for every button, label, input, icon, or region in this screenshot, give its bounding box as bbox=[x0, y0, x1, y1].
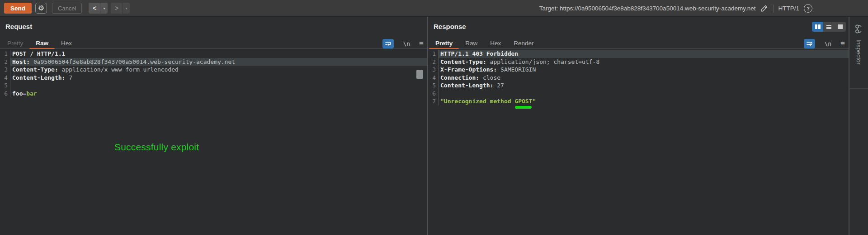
line-number: 7 bbox=[428, 97, 436, 106]
send-settings-gear-button[interactable]: ⚙ bbox=[35, 3, 47, 14]
line-number: 3 bbox=[0, 66, 8, 74]
annotated-token: GPOST bbox=[514, 97, 532, 106]
line-content: Content-Length: 7 bbox=[10, 74, 427, 82]
tab-raw[interactable]: Raw bbox=[459, 38, 484, 48]
line-content: POST / HTTP/1.1 bbox=[10, 50, 427, 58]
back-button[interactable]: < bbox=[89, 3, 100, 14]
tab-hex[interactable]: Hex bbox=[55, 38, 78, 48]
code-line: 7"Unrecognized method GPOST" bbox=[428, 97, 849, 106]
line-content: Content-Type: application/json; charset=… bbox=[439, 58, 849, 66]
request-tabs: PrettyRawHex bbox=[0, 38, 427, 49]
code-token: X-Frame-Options: bbox=[440, 66, 497, 73]
toolbar-divider bbox=[773, 5, 774, 13]
code-token: Connection: bbox=[440, 74, 479, 81]
layout-rows-button[interactable] bbox=[823, 22, 835, 32]
code-token: HTTP/1.1 403 Forbidden bbox=[440, 50, 518, 57]
burp-repeater-window: Send ⚙ Cancel < ▾ > ▾ Target: https://0a… bbox=[0, 0, 868, 235]
code-token: Content-Type: bbox=[440, 58, 486, 65]
forward-button[interactable]: > bbox=[111, 3, 122, 14]
code-token: "Unrecognized method bbox=[440, 98, 514, 105]
line-content: X-Frame-Options: SAMEORIGIN bbox=[439, 66, 849, 74]
line-number: 4 bbox=[0, 74, 8, 82]
tutorial-annotation-text: Successfully exploit bbox=[114, 142, 199, 153]
inspector-header[interactable]: Inspector bbox=[849, 17, 868, 89]
tab-hex[interactable]: Hex bbox=[484, 38, 507, 48]
inspector-collapsed-panel[interactable]: Inspector bbox=[849, 17, 868, 235]
code-line: 1HTTP/1.1 403 Forbidden bbox=[428, 50, 849, 58]
show-newlines-toggle[interactable]: \n bbox=[821, 40, 834, 48]
layout-columns-button[interactable] bbox=[812, 22, 823, 32]
send-button[interactable]: Send bbox=[4, 3, 32, 14]
tab-pretty[interactable]: Pretty bbox=[429, 38, 459, 48]
panel-splitter-handle[interactable] bbox=[416, 70, 423, 79]
line-content: Content-Type: application/x-www-form-url… bbox=[10, 66, 427, 74]
code-token: Content-Length: bbox=[440, 82, 493, 89]
response-panel-title: Response bbox=[434, 23, 466, 30]
edit-target-button[interactable] bbox=[760, 4, 769, 13]
line-number: 4 bbox=[428, 74, 436, 82]
help-button[interactable]: ? bbox=[804, 4, 812, 13]
line-number: 1 bbox=[428, 50, 436, 58]
code-token: 0a95006504f3e8ab828f343700a50014.web-sec… bbox=[30, 58, 235, 65]
hamburger-menu-icon[interactable]: ≡ bbox=[419, 40, 424, 48]
code-token: bar bbox=[26, 90, 37, 97]
line-content: HTTP/1.1 403 Forbidden bbox=[439, 50, 849, 58]
show-newlines-toggle[interactable]: \n bbox=[400, 40, 413, 48]
line-number: 1 bbox=[0, 50, 8, 58]
response-editor-tools: \n ≡ bbox=[804, 38, 845, 49]
response-panel: Response PrettyRawHexRender \n ≡ 1HTTP/1… bbox=[428, 17, 849, 235]
hamburger-menu-icon[interactable]: ≡ bbox=[840, 40, 845, 48]
back-button-group: < ▾ bbox=[89, 3, 108, 14]
line-number: 6 bbox=[428, 90, 436, 98]
layout-single-button[interactable] bbox=[835, 22, 846, 32]
http-version-selector[interactable]: HTTP/1 bbox=[778, 5, 799, 12]
tab-render[interactable]: Render bbox=[507, 38, 540, 48]
line-content: Host: 0a95006504f3e8ab828f343700a50014.w… bbox=[10, 58, 427, 66]
soft-wrap-toggle-button[interactable] bbox=[382, 39, 394, 48]
cancel-button[interactable]: Cancel bbox=[52, 3, 82, 14]
target-url-text: Target: https://0a95006504f3e8ab828f3437… bbox=[539, 5, 756, 12]
single-layout-icon bbox=[838, 24, 843, 29]
line-content: foo=bar bbox=[10, 90, 427, 98]
code-token: application/json; charset=utf-8 bbox=[486, 58, 599, 65]
line-content: "Unrecognized method GPOST" bbox=[439, 97, 849, 106]
line-content: Content-Length: 27 bbox=[439, 82, 849, 90]
code-line: 6foo=bar bbox=[0, 90, 427, 98]
code-line: 2Content-Type: application/json; charset… bbox=[428, 58, 849, 66]
line-number: 6 bbox=[0, 90, 8, 98]
code-token: POST / HTTP/1.1 bbox=[12, 50, 65, 57]
inspector-glasses-icon bbox=[853, 23, 865, 35]
request-panel: Request PrettyRawHex \n ≡ 1POST / HTTP/1… bbox=[0, 17, 427, 235]
code-token: close bbox=[479, 74, 500, 81]
target-area: Target: https://0a95006504f3e8ab828f3437… bbox=[539, 0, 812, 17]
code-token: Host: bbox=[12, 58, 30, 65]
soft-wrap-icon bbox=[806, 41, 813, 47]
soft-wrap-toggle-button[interactable] bbox=[804, 39, 815, 48]
columns-layout-icon bbox=[818, 24, 821, 29]
code-token: Content-Length: bbox=[12, 74, 65, 81]
inspector-label: Inspector bbox=[855, 39, 862, 65]
code-token: 27 bbox=[493, 82, 504, 89]
code-line: 3X-Frame-Options: SAMEORIGIN bbox=[428, 66, 849, 74]
target-label: Target: bbox=[539, 5, 558, 12]
code-line: 4Content-Length: 7 bbox=[0, 74, 427, 82]
code-token: Content-Type: bbox=[12, 66, 58, 73]
code-token: foo bbox=[12, 90, 23, 97]
tab-pretty[interactable]: Pretty bbox=[1, 38, 29, 48]
response-editor[interactable]: 1HTTP/1.1 403 Forbidden2Content-Type: ap… bbox=[428, 49, 849, 235]
tab-raw[interactable]: Raw bbox=[29, 38, 55, 48]
rows-layout-icon bbox=[826, 25, 831, 29]
request-editor[interactable]: 1POST / HTTP/1.12Host: 0a95006504f3e8ab8… bbox=[0, 49, 427, 235]
question-mark-icon: ? bbox=[804, 4, 812, 13]
code-line: 5 bbox=[0, 82, 427, 90]
code-line: 3Content-Type: application/x-www-form-ur… bbox=[0, 66, 427, 74]
pencil-icon bbox=[760, 4, 769, 13]
target-url: https://0a95006504f3e8ab828f343700a50014… bbox=[560, 5, 756, 12]
code-token: application/x-www-form-urlencoded bbox=[58, 66, 179, 73]
code-line: 4Connection: close bbox=[428, 74, 849, 82]
back-dropdown-button[interactable]: ▾ bbox=[100, 3, 108, 14]
request-panel-title: Request bbox=[5, 23, 32, 30]
panel-layout-toggle-group bbox=[812, 22, 846, 32]
line-number: 2 bbox=[0, 58, 8, 66]
forward-dropdown-button[interactable]: ▾ bbox=[122, 3, 130, 14]
